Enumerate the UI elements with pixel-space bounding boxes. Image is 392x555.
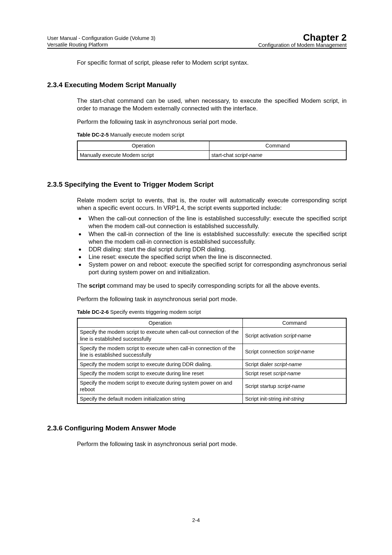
cell-operation: Specify the modem script to execute when… xyxy=(77,344,243,360)
sec234-p1: The start-chat command can be used, when… xyxy=(77,97,347,112)
chapter-subtitle: Configuration of Modem Management xyxy=(258,42,347,48)
list-item: DDR dialing: start the dial script durin… xyxy=(77,246,347,253)
table-row: Specify the modem script to execute when… xyxy=(77,344,346,360)
table-dc26: Operation Command Specify the modem scri… xyxy=(77,318,347,404)
table-row: Specify the modem script to execute duri… xyxy=(77,360,346,369)
cmd-arg: init-string xyxy=(283,396,304,402)
cmd-arg: script-name xyxy=(273,370,301,376)
chapter-title: Chapter 2 xyxy=(258,33,347,42)
cell-command: Script connection script-name xyxy=(243,344,346,360)
cell-operation: Specify the modem script to execute when… xyxy=(77,328,243,344)
table-row: Specify the default modem initialization… xyxy=(77,394,346,404)
cmd-pre: Script init-string xyxy=(245,396,283,402)
cell-operation: Specify the default modem initialization… xyxy=(77,394,243,404)
table-dc25: Operation Command Manually execute Modem… xyxy=(77,141,347,160)
table-dc25-caption: Table DC-2-5 Manually execute modem scri… xyxy=(77,131,347,138)
cmd-arg: script-name xyxy=(274,361,302,367)
table-dc26-caption: Table DC-2-6 Specify events triggering m… xyxy=(77,309,347,316)
p2-bold: script xyxy=(89,282,105,289)
sec235-p2: The script command may be used to specif… xyxy=(77,282,347,289)
cell-command: Script activation script-name xyxy=(243,328,346,344)
cmd-pre: Script startup xyxy=(245,383,277,389)
cell-command: Script reset script-name xyxy=(243,369,346,378)
sec236-p1: Perform the following task in asynchrono… xyxy=(77,440,347,448)
cmd-arg: script-name xyxy=(287,349,314,355)
cmd-pre: Script connection xyxy=(245,349,287,355)
caption-prefix: Table DC-2-6 xyxy=(77,309,110,315)
cmd-pre: start-chat xyxy=(212,152,235,158)
cmd-arg: script-name xyxy=(278,383,305,389)
cmd-pre: Script dialer xyxy=(245,361,274,367)
cell-command: start-chat script-name xyxy=(209,150,346,160)
intro-paragraph: For specific format of script, please re… xyxy=(77,59,347,66)
sec234-p2: Perform the following task in asynchrono… xyxy=(77,118,347,126)
list-item: When the call-out connection of the line… xyxy=(77,215,347,230)
cell-operation: Specify the modem script to execute duri… xyxy=(77,378,243,394)
caption-rest: Manually execute modem script xyxy=(110,132,184,138)
sec235-p1: Relate modem script to events, that is, … xyxy=(77,197,347,212)
p2-pre: The xyxy=(77,282,89,289)
header-left: User Manual - Configuration Guide (Volum… xyxy=(47,35,155,48)
p2-post: command may be used to specify correspon… xyxy=(105,282,320,289)
cmd-pre: Script activation xyxy=(245,333,283,339)
col-command-header: Command xyxy=(243,318,346,328)
cmd-arg: script-name xyxy=(235,152,262,158)
header-left-line2: Versatile Routing Platform xyxy=(47,41,155,48)
section-236-heading: 2.3.6 Configuring Modem Answer Mode xyxy=(47,424,347,432)
bullet-list: When the call-out connection of the line… xyxy=(77,215,347,276)
cell-operation: Specify the modem script to execute duri… xyxy=(77,360,243,369)
header-left-line1: User Manual - Configuration Guide (Volum… xyxy=(47,35,155,41)
sec235-p3: Perform the following task in asynchrono… xyxy=(77,295,347,303)
col-operation-header: Operation xyxy=(77,318,243,328)
list-item: When the call-in connection of the line … xyxy=(77,230,347,246)
list-item: System power on and reboot: execute the … xyxy=(77,261,347,276)
table-row: Operation Command xyxy=(77,318,346,328)
table-row: Manually execute Modem script start-chat… xyxy=(77,150,346,160)
cmd-pre: Script reset xyxy=(245,370,273,376)
cell-operation: Manually execute Modem script xyxy=(77,150,209,160)
cell-operation: Specify the modem script to execute duri… xyxy=(77,369,243,378)
table-row: Specify the modem script to execute duri… xyxy=(77,369,346,378)
col-command-header: Command xyxy=(209,141,346,150)
table-row: Specify the modem script to execute when… xyxy=(77,328,346,344)
col-operation-header: Operation xyxy=(77,141,209,150)
caption-prefix: Table DC-2-5 xyxy=(77,132,110,138)
section-235-heading: 2.3.5 Specifying the Event to Trigger Mo… xyxy=(47,181,347,189)
header-right: Chapter 2 Configuration of Modem Managem… xyxy=(258,33,347,48)
table-row: Specify the modem script to execute duri… xyxy=(77,378,346,394)
caption-rest: Specify events triggering modem script xyxy=(110,309,201,315)
section-234-heading: 2.3.4 Executing Modem Script Manually xyxy=(47,81,347,89)
cell-command: Script startup script-name xyxy=(243,378,346,394)
cell-command: Script init-string init-string xyxy=(243,394,346,404)
page-header: User Manual - Configuration Guide (Volum… xyxy=(47,33,347,49)
page-number: 2-4 xyxy=(0,517,392,523)
list-item: Line reset: execute the specified script… xyxy=(77,253,347,261)
cell-command: Script dialer script-name xyxy=(243,360,346,369)
table-row: Operation Command xyxy=(77,141,346,150)
cmd-arg: script-name xyxy=(284,333,311,339)
